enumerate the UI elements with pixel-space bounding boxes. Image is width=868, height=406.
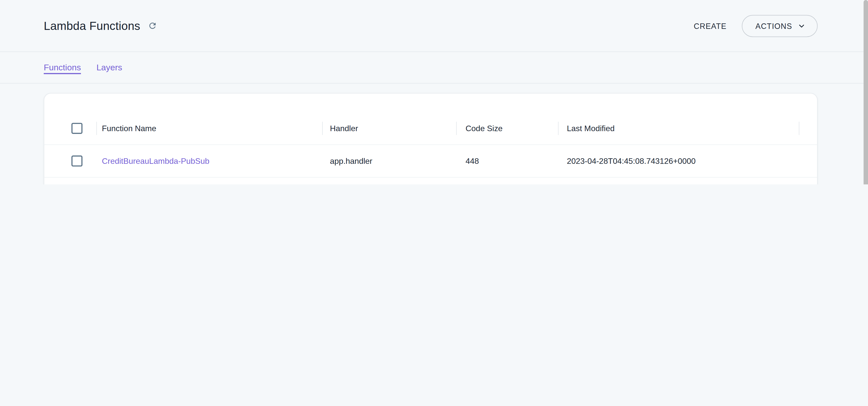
- column-separator: [799, 122, 799, 135]
- functions-table: Function Name Handler Code Size Last Mod…: [44, 94, 817, 184]
- chevron-down-icon: [797, 21, 806, 30]
- refresh-button[interactable]: [146, 19, 160, 33]
- app-root: Lambda Functions CREATE ACTIONS Function…: [0, 0, 868, 184]
- actions-button[interactable]: ACTIONS: [742, 14, 818, 37]
- scrollbar[interactable]: [864, 0, 868, 184]
- scrollbar-track: [864, 0, 868, 184]
- select-all-checkbox[interactable]: [71, 123, 83, 134]
- column-header-last-modified[interactable]: Last Modified: [558, 124, 799, 133]
- function-name-link[interactable]: CreditBureauLambda-PubSub: [102, 157, 209, 165]
- column-separator: [96, 122, 97, 135]
- column-separator: [558, 122, 559, 135]
- column-header-handler[interactable]: Handler: [322, 124, 456, 133]
- table-row: CreditBureauLambda-PubSub app.handler 44…: [44, 144, 817, 177]
- column-separator: [456, 122, 457, 135]
- actions-button-label: ACTIONS: [755, 21, 792, 30]
- table-row: BankRecipientPawnshop-PubSub app-sns.han…: [44, 177, 817, 184]
- functions-table-card: Function Name Handler Code Size Last Mod…: [44, 93, 818, 184]
- tab-bar: Functions Layers: [0, 52, 868, 84]
- page-header: Lambda Functions CREATE ACTIONS: [0, 0, 868, 52]
- page-title: Lambda Functions: [44, 19, 140, 32]
- header-checkbox-cell: [58, 123, 96, 134]
- column-header-function-name[interactable]: Function Name: [96, 124, 322, 133]
- column-header-code-size[interactable]: Code Size: [456, 124, 558, 133]
- tab-layers[interactable]: Layers: [96, 63, 122, 73]
- column-separator: [322, 122, 323, 135]
- last-modified-cell: 2023-04-28T04:45:08.743126+0000: [558, 157, 799, 165]
- code-size-cell: 448: [456, 157, 558, 165]
- table-header-row: Function Name Handler Code Size Last Mod…: [44, 112, 817, 144]
- handler-cell: app.handler: [322, 157, 456, 165]
- row-checkbox[interactable]: [71, 156, 83, 167]
- tab-functions[interactable]: Functions: [44, 63, 81, 73]
- refresh-icon: [148, 21, 157, 30]
- create-button[interactable]: CREATE: [685, 16, 736, 36]
- row-checkbox-cell: [58, 156, 96, 167]
